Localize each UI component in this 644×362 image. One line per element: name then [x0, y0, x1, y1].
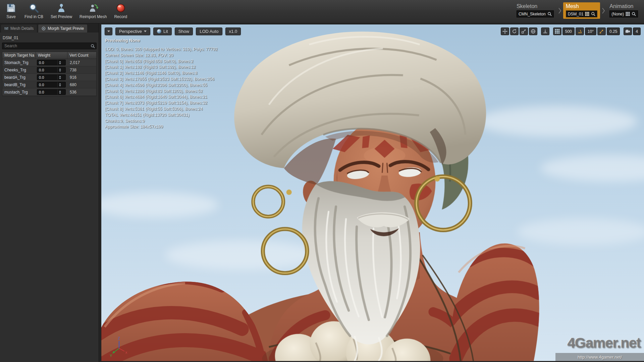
transform-toolbar: 500 10° 0.25 4 — [501, 27, 641, 35]
weight-field — [37, 67, 66, 73]
watermark-logo: 4Gamer.net — [567, 335, 641, 351]
panel-tabs: Mesh Details Morph Target Previe — [0, 23, 99, 33]
search-box — [2, 43, 97, 49]
morph-target-table: Morph Target Na Weight Vert Count Stomac… — [2, 52, 97, 96]
chevron-down-icon — [144, 31, 147, 32]
reimport-mesh-icon — [88, 3, 99, 13]
perspective-button[interactable]: Perspective — [115, 27, 150, 35]
3d-viewport[interactable]: Perspective Lit Show LOD Auto x1.0 500 1… — [101, 24, 644, 361]
search-input[interactable] — [4, 44, 89, 48]
world-coordinate-button[interactable] — [529, 27, 537, 35]
move-icon — [502, 29, 507, 34]
grid-snap-icon — [555, 29, 560, 34]
breadcrumb-animation[interactable]: Animation (None) — [607, 2, 641, 19]
record-icon — [115, 3, 126, 13]
weight-input[interactable] — [37, 90, 57, 94]
weight-input[interactable] — [37, 83, 57, 87]
character-render — [101, 24, 644, 361]
chevron-down-icon — [107, 31, 110, 32]
asset-breadcrumb: Skeleton CMN_Skeleton Mesh DSM_01 Animat… — [514, 2, 641, 19]
mesh-asset-picker[interactable]: DSM_01 — [566, 10, 598, 17]
tab-mesh-details[interactable]: Mesh Details — [1, 24, 37, 33]
breadcrumb-chevron-icon — [556, 2, 563, 19]
spinner-icon[interactable] — [57, 75, 62, 80]
set-preview-icon — [56, 3, 67, 13]
tab-morph-target-previewer[interactable]: Morph Target Previe — [38, 24, 88, 33]
spinner-icon[interactable] — [57, 60, 62, 65]
scale-snap-value[interactable]: 0.25 — [607, 27, 620, 35]
scale-icon — [521, 29, 526, 34]
column-header-weight[interactable]: Weight — [36, 52, 67, 59]
browse-asset-icon[interactable] — [585, 12, 589, 16]
spinner-icon[interactable] — [57, 67, 62, 72]
table-row[interactable]: mustach_Trg 536 — [2, 88, 96, 96]
rotate-icon — [512, 29, 517, 34]
details-icon — [4, 26, 8, 31]
move-tool-button[interactable] — [501, 27, 509, 35]
scale-snap-icon — [599, 29, 604, 34]
watermark-url-bar: http://www.4gamer.net/ — [555, 353, 644, 361]
column-header-name[interactable]: Morph Target Na — [2, 52, 36, 59]
breadcrumb-chevron-icon — [600, 2, 607, 19]
globe-icon — [531, 29, 536, 34]
morph-previewer-icon — [42, 26, 46, 31]
breadcrumb-mesh[interactable]: Mesh DSM_01 — [563, 2, 600, 19]
axis-y-label: Y — [110, 354, 112, 358]
skeleton-asset-picker[interactable]: CMN_Skeleton — [517, 10, 554, 17]
surface-snap-icon — [543, 29, 548, 34]
reimport-mesh-button[interactable]: Reimport Mesh — [76, 1, 110, 22]
column-header-vert-count[interactable]: Vert Count — [67, 52, 96, 59]
set-preview-button[interactable]: Set Preview — [48, 1, 75, 22]
scale-tool-button[interactable] — [520, 27, 528, 35]
show-button[interactable]: Show — [175, 27, 193, 35]
rotate-tool-button[interactable] — [510, 27, 519, 35]
find-in-cb-icon — [29, 3, 39, 13]
weight-input[interactable] — [37, 68, 57, 72]
lod-auto-button[interactable]: LOD Auto — [196, 27, 222, 35]
find-in-cb-button[interactable]: Find in CB — [21, 1, 46, 22]
table-row[interactable]: Cheeks_Trg 738 — [2, 66, 96, 74]
browse-asset-icon[interactable] — [626, 12, 630, 16]
rotation-snap-button[interactable] — [576, 27, 584, 35]
search-asset-icon[interactable] — [547, 12, 552, 16]
morph-target-previewer-body: DSM_01 Morph Target Na Weight Vert Count… — [0, 33, 99, 98]
weight-input[interactable] — [37, 61, 57, 65]
weight-field — [37, 74, 66, 80]
viewport-options-button[interactable] — [105, 27, 112, 35]
viewport-toolbar: Perspective Lit Show LOD Auto x1.0 — [105, 27, 241, 35]
weight-input[interactable] — [37, 75, 57, 79]
breadcrumb-skeleton[interactable]: Skeleton CMN_Skeleton — [514, 2, 556, 19]
camera-speed-value[interactable]: 4 — [633, 27, 641, 35]
table-row[interactable]: Stomach_Trg 2,017 — [2, 59, 96, 66]
rotation-snap-value[interactable]: 10° — [585, 27, 596, 35]
scale-snap-button[interactable] — [597, 27, 606, 35]
spinner-icon[interactable] — [57, 82, 62, 87]
table-row[interactable]: beardB_Trg 680 — [2, 81, 96, 88]
surface-snap-button[interactable] — [541, 27, 549, 35]
axis-gizmo: Z Y x — [109, 336, 131, 358]
camera-speed-button[interactable] — [624, 27, 632, 35]
save-button[interactable]: Save — [2, 1, 20, 22]
screen-size-button[interactable]: x1.0 — [225, 27, 241, 35]
table-row[interactable]: beardA_Trg 916 — [2, 74, 96, 81]
search-icon — [91, 44, 95, 48]
rotation-snap-icon — [577, 29, 582, 34]
morph-target-panel: Mesh Details Morph Target Previe DSM_01 … — [0, 23, 99, 362]
search-asset-icon[interactable] — [591, 12, 595, 16]
toolbar-buttons: Save Find in CB Set Preview Reimport Mes… — [2, 1, 130, 22]
spinner-icon[interactable] — [57, 89, 62, 95]
axis-x-label: x — [125, 350, 127, 354]
axis-z-label: Z — [118, 336, 120, 340]
lit-sphere-icon — [157, 29, 161, 34]
animation-asset-picker[interactable]: (None) — [609, 10, 638, 17]
weight-field — [37, 89, 66, 95]
lit-mode-button[interactable]: Lit — [153, 27, 172, 35]
table-header: Morph Target Na Weight Vert Count — [2, 52, 96, 59]
save-icon — [6, 3, 16, 13]
grid-snap-value[interactable]: 500 — [562, 27, 575, 35]
grid-snap-button[interactable] — [553, 27, 561, 35]
table-body: Stomach_Trg 2,017 Cheeks_Trg 738 beardA_… — [2, 59, 96, 96]
record-button[interactable]: Record — [111, 1, 130, 22]
weight-field — [37, 60, 66, 65]
search-asset-icon[interactable] — [632, 12, 636, 16]
